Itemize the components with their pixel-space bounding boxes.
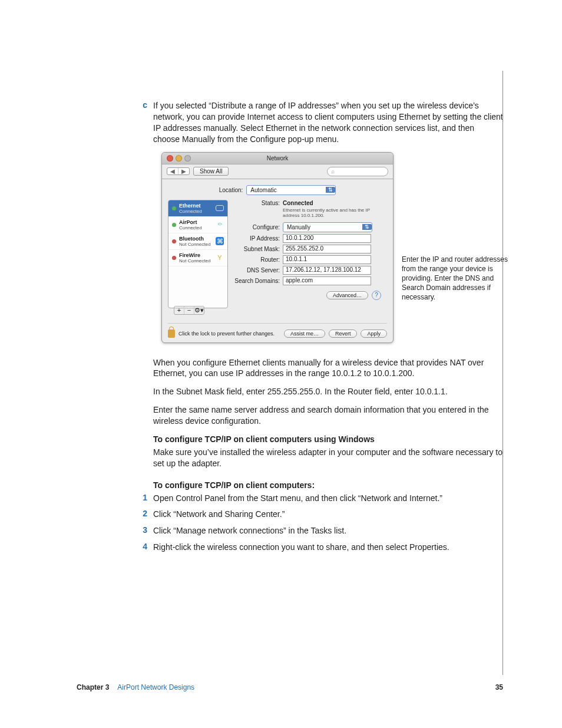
window-toolbar: ◀ ▶ Show All ⌕ — [162, 164, 393, 179]
subheading: To configure TCP/IP on client computers … — [153, 434, 503, 445]
gear-menu-button[interactable]: ⚙▾ — [194, 307, 204, 314]
router-label: Router: — [234, 256, 280, 263]
show-all-button[interactable]: Show All — [193, 167, 229, 176]
chevron-down-icon: ⇅ — [362, 224, 372, 230]
paragraph: When you configure Ethernet clients manu… — [153, 357, 503, 380]
advanced-button[interactable]: Advanced… — [326, 291, 368, 299]
search-input[interactable]: ⌕ — [327, 167, 388, 176]
location-label: Location: — [219, 187, 243, 193]
status-note: Ethernet is currently active and has the… — [234, 207, 387, 219]
subnet-label: Subnet Mask: — [234, 246, 280, 252]
nav-back-forward[interactable]: ◀ ▶ — [167, 167, 190, 175]
chevron-down-icon: ⇅ — [326, 187, 335, 193]
configure-popup[interactable]: Manually⇅ — [283, 222, 372, 232]
side-rule — [503, 71, 503, 675]
service-status: Not Connected — [179, 258, 213, 263]
service-ethernet[interactable]: EthernetConnected — [168, 200, 227, 217]
status-dot-icon — [172, 223, 176, 227]
bluetooth-icon: ⌘ — [216, 237, 224, 245]
chapter-label: Chapter 3 — [77, 683, 109, 691]
status-dot-icon — [172, 256, 176, 260]
location-value: Automatic — [247, 187, 280, 193]
service-name: Bluetooth — [179, 236, 213, 242]
router-field[interactable]: 10.0.1.1 — [283, 255, 371, 264]
service-list-controls[interactable]: + − ⚙▾ — [174, 306, 204, 315]
step-number: 1 — [139, 493, 147, 504]
forward-icon[interactable]: ▶ — [178, 168, 189, 174]
status-label: Status: — [234, 200, 280, 206]
status-dot-icon — [172, 239, 176, 243]
step-text: Click “Network and Sharing Center.” — [153, 509, 285, 520]
configure-label: Configure: — [234, 224, 280, 230]
window-titlebar: Network — [162, 153, 393, 164]
service-bluetooth[interactable]: BluetoothNot Connected ⌘ — [168, 233, 227, 250]
paragraph: In the Subnet Mask field, enter 255.255.… — [153, 386, 503, 397]
firewire-icon: Y — [216, 253, 224, 262]
location-popup[interactable]: Automatic ⇅ — [246, 185, 336, 195]
step-number: 2 — [139, 509, 147, 520]
service-name: AirPort — [179, 219, 213, 225]
remove-service-button[interactable]: − — [184, 307, 194, 314]
window-title: Network — [162, 155, 393, 162]
paragraph: Make sure you’ve installed the wireless … — [153, 447, 503, 469]
configure-value: Manually — [283, 224, 314, 230]
ethernet-icon — [216, 205, 224, 211]
page-footer: Chapter 3 AirPort Network Designs 35 — [77, 683, 503, 691]
service-list[interactable]: EthernetConnected AirPortConnected ⌔ Blu… — [168, 200, 228, 308]
subnet-mask-field[interactable]: 255.255.252.0 — [283, 245, 371, 253]
subheading: To configure TCP/IP on client computers: — [153, 480, 503, 491]
apply-button[interactable]: Apply — [361, 330, 387, 338]
help-button[interactable]: ? — [372, 291, 381, 300]
step-text: Click “Manage network connections” in th… — [153, 525, 346, 536]
step-text: Right-click the wireless connection you … — [153, 542, 449, 553]
lock-icon[interactable] — [168, 330, 175, 338]
dns-label: DNS Server: — [234, 267, 280, 274]
ip-label: IP Address: — [234, 235, 280, 242]
service-firewire[interactable]: FireWireNot Connected Y — [168, 250, 227, 266]
service-name: Ethernet — [179, 203, 213, 209]
search-domains-field[interactable]: apple.com — [283, 276, 371, 285]
service-status: Connected — [179, 209, 213, 214]
step-text: Open Control Panel from the Start menu, … — [153, 493, 442, 504]
service-status: Connected — [179, 225, 213, 230]
service-detail: Status: Connected Ethernet is currently … — [234, 200, 387, 315]
lock-text: Click the lock to prevent further change… — [178, 331, 275, 337]
search-icon: ⌕ — [331, 168, 335, 174]
add-service-button[interactable]: + — [174, 307, 184, 314]
callout-text: Enter the IP and router addresses from t… — [402, 255, 514, 343]
paragraph: Enter the same name server address and s… — [153, 404, 503, 427]
dns-server-field[interactable]: 17.206.12.12, 17.128.100.12 — [283, 266, 371, 275]
numbered-steps: 1Open Control Panel from the Start menu,… — [139, 493, 503, 554]
step-text: If you selected “Distribute a range of I… — [153, 100, 503, 145]
step-letter: c — [139, 100, 147, 110]
assist-me-button[interactable]: Assist me… — [284, 330, 325, 338]
wifi-icon: ⌔ — [216, 220, 224, 229]
back-icon[interactable]: ◀ — [167, 168, 178, 174]
step-number: 4 — [139, 542, 147, 553]
status-dot-icon — [172, 206, 176, 210]
service-airport[interactable]: AirPortConnected ⌔ — [168, 217, 227, 233]
service-name: FireWire — [179, 252, 213, 258]
separator — [168, 323, 387, 324]
service-status: Not Connected — [179, 242, 213, 247]
ip-address-field[interactable]: 10.0.1.200 — [283, 234, 371, 243]
network-preferences-window: Network ◀ ▶ Show All ⌕ Location: Automat… — [161, 152, 394, 343]
chapter-title: AirPort Network Designs — [117, 683, 194, 691]
search-domains-label: Search Domains: — [234, 278, 280, 284]
step-number: 3 — [139, 525, 147, 536]
status-value: Connected — [283, 200, 387, 206]
page-number: 35 — [495, 683, 503, 691]
revert-button[interactable]: Revert — [329, 330, 358, 338]
